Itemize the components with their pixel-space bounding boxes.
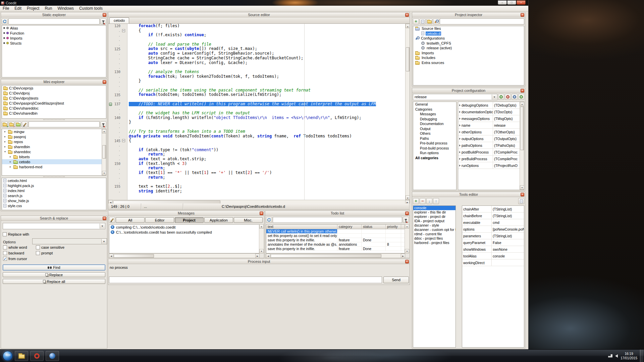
tool-item-explorer-this-file-dir[interactable]: explorer - this file dir (413, 210, 455, 215)
file-row-cetodo-html[interactable]: cetodo.html (2, 178, 106, 183)
gutter-row[interactable]: . (108, 79, 127, 83)
code-line[interactable]: foreach(tok; lexer) token2TodoItem(tok, … (129, 74, 405, 79)
favorite-folder-row[interactable]: C:\Dev\shareddoc (2, 106, 106, 111)
taskbar-explorer-button[interactable] (15, 351, 28, 361)
property-row-pathsoptions[interactable]: pathsOptions(TPathsOpts) (458, 142, 524, 149)
property-row-postbuildprocess[interactable]: postBuildProcess(TCompileProc (458, 149, 524, 156)
tool-item-console[interactable]: console (413, 206, 455, 210)
gutter-row[interactable]: . (108, 38, 127, 42)
code-line[interactable]: { (129, 138, 405, 143)
property-row-outputoptions[interactable]: outputOptions(TOutputOpts) (458, 135, 524, 142)
static-explorer-item-structs[interactable]: Structs (2, 41, 106, 46)
code-line[interactable]: foreach(todoItem; todoItems) todoItem.se… (129, 93, 405, 97)
scroll-up-arrow[interactable]: ▲ (259, 224, 264, 229)
gutter-row[interactable]: . (108, 125, 127, 129)
replace-all-button[interactable]: Replace all (3, 279, 105, 284)
chevron-down-icon[interactable]: ▼ (100, 224, 105, 229)
property-row-chainbefore[interactable]: chainBefore(TStringList) (462, 213, 524, 219)
config-category-debugging[interactable]: Debugging (413, 117, 456, 122)
clear-messages-button[interactable] (109, 217, 115, 223)
message-row[interactable]: iC:\...\cetodo\cetodo.coedit has been su… (109, 230, 259, 235)
code-line[interactable]: if (text.length < 3) (129, 162, 405, 166)
property-row-workingdirect[interactable]: workingDirect (462, 259, 524, 266)
code-line[interactable]: } (129, 79, 405, 83)
code-line[interactable]: if (atok.type != (tok!"comment")) (129, 148, 405, 153)
file-row-index-html[interactable]: index.html (2, 188, 106, 193)
code-line[interactable] (129, 97, 405, 102)
config-category-pre-build-process[interactable]: Pre-build process (413, 141, 456, 146)
add-source-button[interactable]: + (413, 18, 419, 24)
gutter-row[interactable]: . (108, 148, 127, 153)
menu-project[interactable]: Project (24, 6, 42, 11)
property-row-prebuildprocess[interactable]: preBuildProcess(TCompileProc (458, 156, 524, 162)
code-line[interactable]: // serialize the items using the pascal … (129, 88, 405, 93)
tool-item-rdmd-current-file[interactable]: rdmd - current file (413, 232, 455, 236)
todo-vertical-scrollbar[interactable]: ▲ ▼ (405, 224, 409, 253)
refresh-button[interactable] (2, 18, 8, 24)
search-term-combobox[interactable]: ▼ (3, 223, 105, 229)
add-tool-button[interactable]: + (413, 198, 419, 204)
file-row-search-js[interactable]: search.js (2, 193, 106, 198)
code-line[interactable]: } (129, 120, 405, 125)
gutter-row[interactable]: . (108, 51, 127, 56)
code-line[interactable] (129, 83, 405, 88)
gutter-row[interactable]: . (108, 120, 127, 125)
property-row-queryparamet[interactable]: queryParametFalse (462, 239, 524, 246)
remove-favorite-button[interactable]: − (8, 121, 14, 127)
code-line[interactable]: auto lexer = DLexer(src, config, &cache)… (129, 61, 405, 65)
fold-marker-icon[interactable] (122, 29, 125, 32)
tool-item-harbored-project-files[interactable]: harbored - project files (413, 241, 455, 245)
replace-with-combobox[interactable]: ▼ (32, 238, 107, 244)
close-panel-icon[interactable]: × (521, 193, 524, 196)
code-line[interactable]: auto config = LexerConfig(f, StringBehav… (129, 51, 405, 56)
checkbox-case-sensitive[interactable]: case sensitive (36, 245, 105, 249)
edit-button[interactable] (22, 121, 28, 127)
code-line[interactable] (129, 143, 405, 148)
taskbar-clock[interactable]: 16:19 17/01/2015 (621, 352, 637, 360)
menu-run[interactable]: Run (42, 6, 55, 11)
chevron-down-icon[interactable]: ▼ (101, 239, 106, 244)
messages-filter-project[interactable]: Project (175, 217, 204, 223)
config-category-output[interactable]: Output (413, 126, 456, 131)
property-value[interactable]: (TStringList) (492, 234, 524, 238)
static-explorer-item-alias[interactable]: Alias (2, 25, 106, 31)
scroll-thumb[interactable] (271, 254, 381, 258)
scroll-down-arrow[interactable]: ▼ (405, 249, 409, 253)
gutter-row[interactable]: . (108, 33, 127, 38)
tool-item-ida-project-output[interactable]: IDA - project output (413, 219, 455, 223)
add-folder-button[interactable] (426, 18, 432, 24)
inspector-node-source-files[interactable]: Source files (413, 26, 524, 31)
property-row-executable[interactable]: executablecmd (462, 219, 524, 226)
gutter-row[interactable]: . (108, 28, 127, 33)
scroll-left-arrow[interactable]: ◀ (266, 254, 270, 258)
expander-icon[interactable]: ▸ (3, 130, 7, 133)
replace-button[interactable]: Replace (3, 272, 105, 277)
tool-item-ddoc-project-files[interactable]: ddoc - project files (413, 236, 455, 241)
todo-horizontal-scrollbar[interactable]: ◀ ▶ (266, 253, 405, 258)
minimize-button[interactable]: – (498, 0, 507, 5)
menu-edit[interactable]: Edit (12, 6, 24, 11)
clone-config-button[interactable] (512, 94, 518, 100)
inspector-node-includes[interactable]: Includes (413, 55, 524, 60)
property-value[interactable]: (TStringList) (492, 214, 524, 218)
scroll-right-arrow[interactable]: ▶ (255, 254, 260, 258)
close-panel-icon[interactable]: × (521, 89, 524, 93)
checkbox-prompt[interactable]: prompt (36, 251, 105, 255)
property-row-documentationoption[interactable]: documentationOption(TDocOpts) (458, 109, 524, 115)
scroll-thumb[interactable] (520, 107, 524, 150)
close-panel-icon[interactable]: × (260, 212, 263, 215)
close-panel-icon[interactable]: × (521, 13, 524, 17)
property-row-parameters[interactable]: parameters(TStringList) (462, 233, 524, 239)
gutter-row[interactable]: . (108, 152, 127, 157)
code-line[interactable]: //TODO: NEVER call writeln() in this pro… (129, 102, 405, 107)
config-category-messages[interactable]: Messages (413, 112, 456, 117)
gutter-row[interactable]: . (108, 106, 127, 111)
code-line[interactable]: // analyze the tokens (129, 70, 405, 74)
favorite-folder-row[interactable]: C:\Dev\sharedbin (2, 111, 106, 116)
file-row-highlight-pack-js[interactable]: highlight.pack.js (2, 183, 106, 188)
tree-node-cetodo[interactable]: ▸cetodo (2, 159, 106, 164)
config-category-general[interactable]: General (413, 102, 456, 107)
message-row[interactable]: icompiling C:\...\cetodo\cetodo.coedit (109, 225, 259, 230)
move-tool-up-button[interactable]: ↑ (433, 198, 439, 204)
messages-filter-all[interactable]: All (116, 217, 145, 223)
